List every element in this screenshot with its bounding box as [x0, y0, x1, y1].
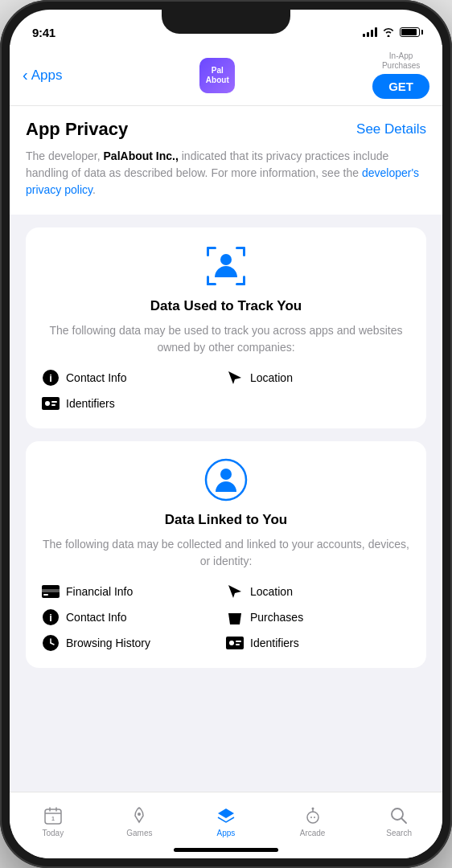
svg-point-42: [314, 817, 315, 818]
linked-item-location: Location: [226, 583, 410, 600]
svg-text:i: i: [49, 612, 52, 624]
back-label: Apps: [31, 68, 63, 84]
rocket-icon: [129, 806, 149, 825]
linked-item-contact: i Contact Info: [42, 608, 226, 626]
svg-text:i: i: [49, 372, 52, 384]
chevron-left-icon: ‹: [23, 67, 28, 83]
svg-rect-29: [236, 641, 241, 642]
main-content: App Privacy See Details The developer, P…: [10, 106, 442, 792]
svg-rect-1: [207, 247, 209, 256]
tab-apps-label: Apps: [217, 829, 236, 837]
svg-text:1: 1: [51, 816, 55, 821]
linked-card-title: Data Linked to You: [42, 512, 410, 528]
battery-icon: [400, 27, 420, 37]
svg-rect-19: [42, 589, 60, 592]
status-time: 9:41: [32, 26, 55, 39]
joystick-icon: [303, 806, 323, 825]
navigation-bar: ‹ Apps Pal About In-AppPurchases GET: [10, 45, 442, 106]
wifi-icon: [382, 27, 395, 37]
tracking-icon: [203, 244, 249, 289]
svg-rect-15: [51, 404, 55, 406]
svg-point-13: [45, 401, 50, 406]
tracking-item-identifiers: Identifiers: [42, 395, 226, 412]
privacy-description: The developer, PalAbout Inc., indicated …: [26, 148, 426, 199]
svg-point-41: [310, 817, 312, 818]
tab-arcade-label: Arcade: [300, 829, 326, 837]
privacy-policy-link[interactable]: developer's privacy policy: [26, 166, 419, 196]
nav-right: In-AppPurchases GET: [372, 51, 429, 99]
svg-point-40: [311, 807, 314, 809]
clock-icon: [42, 634, 60, 652]
see-details-link[interactable]: See Details: [356, 121, 426, 137]
tracking-card-desc: The following data may be used to track …: [42, 322, 410, 356]
linked-items-grid: Financial Info Location: [42, 583, 410, 652]
tracking-items-grid: i Contact Info Location: [42, 369, 410, 412]
info-circle-icon: i: [42, 369, 60, 387]
tab-today[interactable]: 1 Today: [10, 798, 97, 837]
tracking-card-title: Data Used to Track You: [42, 298, 410, 314]
tab-apps[interactable]: Apps: [183, 798, 269, 837]
svg-rect-3: [243, 247, 245, 256]
nav-center: Pal About: [62, 58, 372, 93]
linked-item-financial: Financial Info: [42, 583, 226, 600]
shopping-bag-icon: [226, 608, 244, 626]
status-icons: [363, 27, 420, 37]
svg-rect-20: [43, 594, 48, 596]
tab-search[interactable]: Search: [355, 798, 442, 837]
layers-icon: [216, 806, 236, 825]
back-button[interactable]: ‹ Apps: [23, 68, 62, 84]
page-title: App Privacy: [26, 119, 128, 140]
tracking-item-location: Location: [226, 369, 410, 387]
page-header: App Privacy See Details The developer, P…: [10, 106, 442, 215]
search-icon: [389, 806, 409, 825]
info-circle-icon-2: i: [42, 608, 60, 626]
tab-games[interactable]: Games: [97, 798, 183, 837]
tracking-card: Data Used to Track You The following dat…: [26, 227, 426, 428]
linked-item-browsing: Browsing History: [42, 634, 226, 652]
svg-point-38: [307, 812, 318, 823]
linked-card-desc: The following data may be collected and …: [42, 536, 410, 570]
linked-item-purchases: Purchases: [226, 608, 410, 626]
svg-line-44: [402, 818, 407, 823]
svg-rect-27: [226, 637, 244, 649]
in-app-label: In-AppPurchases: [382, 51, 420, 71]
credit-card-icon: [42, 583, 60, 600]
tracking-item-contact-info: i Contact Info: [42, 369, 226, 387]
app-icon: Pal About: [199, 58, 235, 93]
svg-marker-21: [228, 585, 241, 598]
tab-games-label: Games: [126, 829, 152, 837]
location-arrow-icon: [226, 369, 244, 387]
svg-point-8: [220, 254, 232, 265]
id-card-icon-2: [226, 634, 244, 652]
svg-rect-12: [42, 397, 60, 410]
svg-marker-37: [218, 809, 234, 818]
get-button[interactable]: GET: [372, 74, 429, 99]
svg-rect-5: [207, 276, 209, 285]
cards-section: Data Used to Track You The following dat…: [26, 215, 426, 694]
calendar-icon: 1: [43, 806, 63, 825]
tab-search-label: Search: [386, 829, 412, 837]
location-arrow-icon-2: [226, 583, 244, 600]
svg-point-28: [229, 641, 234, 645]
signal-icon: [363, 27, 377, 37]
linked-icon: [203, 457, 249, 502]
svg-point-36: [138, 813, 141, 816]
svg-rect-7: [243, 276, 245, 285]
svg-rect-14: [51, 401, 57, 403]
id-card-icon: [42, 395, 60, 412]
svg-rect-30: [236, 644, 240, 645]
home-indicator: [174, 848, 278, 852]
tab-arcade[interactable]: Arcade: [269, 798, 356, 837]
tab-today-label: Today: [42, 829, 64, 837]
svg-point-17: [220, 469, 232, 480]
linked-card: Data Linked to You The following data ma…: [26, 441, 426, 668]
linked-item-identifiers: Identifiers: [226, 634, 410, 652]
svg-marker-11: [228, 371, 241, 384]
